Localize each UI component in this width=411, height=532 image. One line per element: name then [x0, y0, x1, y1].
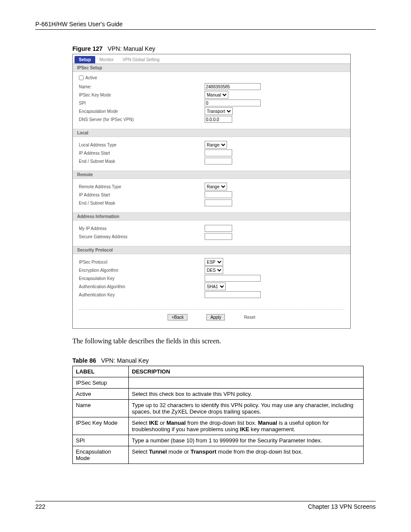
remote-address-type-label: Remote Address Type: [79, 184, 205, 189]
cell-desc: Select Tunnel mode or Transport mode fro…: [129, 446, 364, 464]
body-text: The following table describes the fields…: [72, 337, 376, 345]
cell-label: IPSec Key Mode: [73, 417, 129, 435]
local-ip-start-input[interactable]: [205, 149, 232, 156]
cell-label: Name: [73, 400, 129, 417]
ipsec-protocol-select[interactable]: ESP: [205, 258, 223, 266]
ipsec-key-mode-select[interactable]: Manual: [205, 91, 228, 99]
authentication-key-input[interactable]: [205, 291, 261, 298]
remote-end-mask-label: End / Subnet Mask: [79, 201, 205, 205]
reset-button[interactable]: Reset: [244, 315, 255, 320]
button-row: <Back Apply Reset: [79, 309, 344, 328]
cell-label: SPI: [73, 435, 129, 446]
apply-button[interactable]: Apply: [206, 314, 225, 320]
authentication-key-label: Authentication Key: [79, 292, 205, 297]
figure-title: VPN: Manual Key: [108, 45, 156, 52]
table-caption: Table 86 VPN: Manual Key: [72, 357, 376, 364]
cell-label: Active: [73, 389, 129, 400]
tab-vpn-global-setting[interactable]: VPN Global Setting: [118, 56, 164, 63]
cell-label: IPSec Setup: [73, 377, 129, 389]
th-description: DESCRIPTION: [129, 366, 364, 377]
page-number: 222: [35, 503, 45, 510]
active-label: Active: [85, 75, 97, 80]
chapter-title: Chapter 13 VPN Screens: [308, 503, 376, 510]
table-row: SPI Type a number (base 10) from 1 to 99…: [73, 435, 364, 446]
local-address-type-label: Local Address Type: [79, 143, 205, 147]
section-local: Local: [73, 129, 350, 137]
table-row: IPSec Key Mode Select IKE or Manual from…: [73, 417, 364, 435]
cell-desc: Type a number (base 10) from 1 to 999999…: [129, 435, 364, 446]
back-button[interactable]: <Back: [168, 314, 187, 320]
secure-gateway-input[interactable]: [205, 233, 232, 240]
authentication-algorithm-select[interactable]: SHA1: [205, 283, 226, 290]
encapsulation-key-input[interactable]: [205, 275, 261, 282]
local-address-type-select[interactable]: Range: [205, 141, 227, 149]
my-ip-input[interactable]: [205, 225, 232, 232]
encapsulation-mode-label: Encapsulation Mode: [79, 109, 205, 114]
encryption-algorithm-select[interactable]: DES: [205, 266, 223, 274]
ipsec-protocol-label: IPSec Protocol: [79, 260, 205, 264]
active-checkbox[interactable]: [79, 75, 84, 80]
dns-server-label: DNS Server (for IPSec VPN): [79, 117, 205, 122]
local-end-mask-input[interactable]: [205, 158, 232, 165]
th-label: LABEL: [73, 366, 129, 377]
secure-gateway-label: Secure Gateway Address: [79, 234, 205, 239]
figure-caption: Figure 127 VPN: Manual Key: [72, 45, 376, 52]
figure-number: Figure 127: [72, 45, 103, 52]
local-ip-start-label: IP Address Start: [79, 151, 205, 156]
cell-desc: Type up to 32 characters to identify thi…: [129, 400, 364, 417]
section-ipsec-setup: IPSec Setup: [73, 64, 350, 72]
encapsulation-mode-select[interactable]: Transport: [205, 107, 233, 115]
spi-input[interactable]: [205, 100, 261, 106]
section-address-info: Address Information: [73, 212, 350, 221]
name-label: Name:: [79, 84, 205, 89]
cell-label: Encapsulation Mode: [73, 446, 129, 464]
tab-bar: Setup Monitor VPN Global Setting: [73, 54, 350, 64]
authentication-algorithm-label: Authentication Algorithm: [79, 284, 205, 289]
table-title: VPN: Manual Key: [101, 357, 149, 364]
ipsec-key-mode-label: IPSec Key Mode: [79, 93, 205, 97]
section-remote: Remote: [73, 171, 350, 179]
table-row: Name Type up to 32 characters to identif…: [73, 400, 364, 417]
table-row: Encapsulation Mode Select Tunnel mode or…: [73, 446, 364, 464]
running-header: P-661H/HW Series User's Guide: [35, 21, 376, 30]
table-number: Table 86: [72, 357, 96, 364]
cell-desc: Select this check box to activate this V…: [129, 389, 364, 400]
table-row: IPSec Setup: [73, 377, 364, 389]
remote-address-type-select[interactable]: Range: [205, 183, 227, 190]
section-security-protocol: Security Protocol: [73, 246, 350, 254]
encryption-algorithm-label: Encryption Algorithm: [79, 268, 205, 273]
spi-label: SPI: [79, 101, 205, 106]
description-table: LABEL DESCRIPTION IPSec Setup Active Sel…: [72, 366, 364, 464]
header-title: P-661H/HW Series User's Guide: [35, 21, 123, 28]
remote-end-mask-input[interactable]: [205, 199, 232, 206]
table-row: Active Select this check box to activate…: [73, 389, 364, 400]
my-ip-label: My IP Address: [79, 226, 205, 231]
encapsulation-key-label: Encapsulation Key: [79, 276, 205, 281]
vpn-manual-key-panel: Setup Monitor VPN Global Setting IPSec S…: [72, 54, 351, 329]
name-input[interactable]: [205, 83, 261, 90]
dns-server-input[interactable]: [205, 116, 232, 123]
cell-desc: Select IKE or Manual from the drop-down …: [129, 417, 364, 435]
page-footer: 222 Chapter 13 VPN Screens: [35, 501, 376, 510]
tab-monitor[interactable]: Monitor: [95, 56, 118, 63]
tab-setup[interactable]: Setup: [75, 56, 95, 63]
local-end-mask-label: End / Subnet Mask: [79, 159, 205, 164]
remote-ip-start-label: IP Address Start: [79, 193, 205, 197]
cell-desc: [129, 377, 364, 389]
remote-ip-start-input[interactable]: [205, 191, 232, 198]
